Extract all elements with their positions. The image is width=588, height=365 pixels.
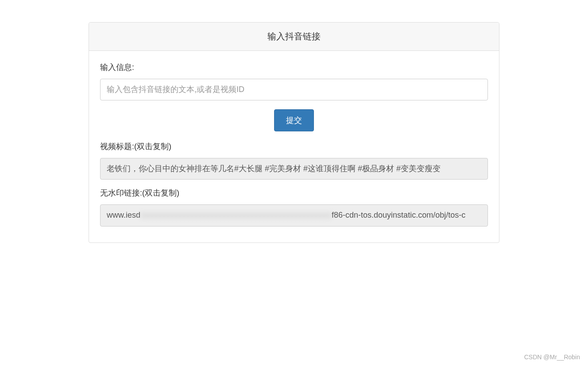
- nowatermark-url-group: 无水印链接:(双击复制) www.iesdxxxxxxxxxxxxxxxxxxx…: [100, 188, 488, 226]
- watermark-text: CSDN @Mr__Robin: [524, 353, 580, 361]
- url-blurred-part: xxxxxxxxxxxxxxxxxxxxxxxxxxxxxxxxxxxxxxxx…: [140, 210, 332, 221]
- panel-title: 输入抖音链接: [89, 23, 499, 51]
- input-label: 输入信息:: [100, 62, 488, 73]
- video-title-group: 视频标题:(双击复制): [100, 141, 488, 180]
- submit-button[interactable]: 提交: [274, 109, 314, 131]
- panel-body: 输入信息: 提交 视频标题:(双击复制) 无水印链接:(双击复制) www.ie…: [89, 51, 499, 242]
- video-title-label: 视频标题:(双击复制): [100, 141, 488, 152]
- link-input[interactable]: [100, 79, 488, 100]
- input-group: 输入信息:: [100, 62, 488, 100]
- url-prefix: www.iesd: [107, 211, 140, 219]
- main-panel: 输入抖音链接 输入信息: 提交 视频标题:(双击复制) 无水印链接:(双击复制)…: [89, 22, 499, 243]
- nowatermark-url-label: 无水印链接:(双击复制): [100, 188, 488, 198]
- url-suffix: f86-cdn-tos.douyinstatic.com/obj/tos-c: [332, 211, 465, 219]
- video-title-output[interactable]: [100, 158, 488, 180]
- submit-row: 提交: [100, 109, 488, 131]
- nowatermark-url-output[interactable]: www.iesdxxxxxxxxxxxxxxxxxxxxxxxxxxxxxxxx…: [100, 204, 488, 226]
